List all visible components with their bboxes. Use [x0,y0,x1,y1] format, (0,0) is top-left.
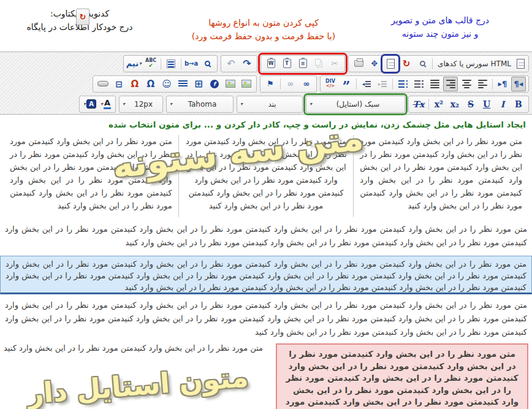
half-space-label: نیم [126,59,139,68]
styled-text-overlay: متون استایل دار [3,359,273,409]
redo-icon: ↷ [243,58,251,69]
templates-button[interactable] [383,56,398,71]
flash-icon: f [210,80,219,88]
source-button-icon-wrap[interactable] [515,56,526,71]
image-gallery-button[interactable] [223,77,238,91]
font-size-dropdown[interactable]: ▾ 12px [119,96,163,113]
chevron-down-icon: ▾ [139,61,142,66]
paragraph-format-value: بند [245,100,300,109]
remove-format-button[interactable]: Tx [411,97,426,112]
page-break-button[interactable]: ⊟ [112,77,126,91]
rtl-paragraph-button[interactable]: ¶◂ [511,77,526,91]
form-field-icon [97,81,108,86]
decrease-indent-button[interactable]: ▸ [375,77,390,91]
bold-button[interactable]: B [511,97,526,112]
omega-red-icon: Ω [131,78,139,90]
paragraph-format-dropdown[interactable]: ▾ بند [237,96,303,113]
strikethrough-icon: S [468,99,474,109]
ltr-paragraph-button[interactable]: ▸¶ [495,77,510,91]
background-color-button[interactable]: ▾ A [82,97,97,112]
numbered-list-button[interactable] [411,77,426,91]
group-paragraph: DIV </> ” ◂ ▸ [320,75,529,93]
special-char-button[interactable]: Ω [143,77,158,91]
toolbar-row-1: نیم ▾ ABC ✔ b→a ↶ [0,53,529,74]
find-replace-icon: b→a [184,60,198,67]
maximize-button[interactable]: ✥ [367,56,382,71]
undo-button[interactable]: ↶ [224,56,238,71]
select-all-icon [167,59,175,68]
cut-button[interactable]: ✂ [327,56,342,71]
image-icon [241,80,251,88]
column-middle: متن مورد نظر را در این بخش وارد کنیدمتن … [179,135,354,217]
horizontal-rule-button[interactable] [175,77,190,91]
annotation-templates-line2: و نیز متون چند ستونه [352,28,528,41]
copy-button[interactable] [311,56,326,71]
find-replace-button[interactable]: b→a [184,56,199,71]
blue-highlight-box: متن مورد نظر را در این بخش وارد کنیدمتن … [0,256,532,294]
preview-button[interactable] [415,56,430,71]
select-all-button[interactable] [164,56,178,71]
paste-from-word-button[interactable]: W [264,56,278,71]
blockquote-icon: ” [343,82,351,90]
special-char-persian-button[interactable]: Ω [127,77,142,91]
annotation-copy-line1: کپی کردن متون به انواع روشها [179,17,348,30]
italic-button[interactable]: I [495,97,510,112]
table-button[interactable]: ⊞ [191,77,206,91]
subscript-button[interactable]: x₂ [447,97,462,112]
redo-button[interactable]: ↷ [240,56,254,71]
ltr-paragraph-icon: ▸¶ [498,79,507,88]
blockquote-button[interactable]: ” [339,77,354,91]
separator [161,58,161,69]
link-button[interactable]: ∞ [299,77,314,91]
editor-content-area[interactable]: ایجاد استایل هایی مثل چشمک زدن، نمایش در… [0,115,532,409]
bottom-section: متن مورد نظر را در این بخش وارد کنیدمتن … [4,343,528,409]
separator [392,78,393,90]
styles-dropdown[interactable]: ▾ سبک (استایل) [306,96,405,113]
paste-as-text-button[interactable]: T [279,56,294,71]
anchor-button[interactable]: ⚑ [263,77,278,91]
strikethrough-button[interactable]: S [463,97,478,112]
print-button[interactable] [351,56,366,71]
form-field-button[interactable] [96,77,110,91]
align-center-icon [462,80,471,88]
image-gallery-icon [226,80,235,88]
group-editing-tools: نیم ▾ ABC ✔ b→a [123,55,218,72]
image-button[interactable] [239,77,254,91]
align-left-button[interactable] [475,77,490,91]
styles-value: سبک (استایل) [314,100,402,109]
smiley-button[interactable]: ☺ [159,77,174,91]
spellcheck-button[interactable]: ABC ✔ [143,56,158,71]
justify-block-button[interactable] [427,77,442,91]
bulleted-list-button[interactable] [395,77,410,91]
increase-indent-button[interactable]: ◂ [359,77,374,91]
align-center-button[interactable] [459,77,474,91]
align-left-icon [478,80,487,88]
separator [432,58,433,69]
group-links: ⚑ ∞ ∞ [260,75,317,93]
maximize-icon: ✥ [371,59,378,68]
div-container-button[interactable]: DIV </> [323,77,338,91]
align-right-button[interactable] [443,77,458,91]
font-size-value: 12px [127,100,160,109]
underline-button[interactable]: U [479,97,494,112]
search-button[interactable] [200,56,215,71]
flash-button[interactable]: f [207,77,222,91]
source-button[interactable]: سورس یا کدهای HTML [435,56,514,71]
copy-icon [315,59,321,66]
source-code-icon [517,59,525,69]
group-clipboard: W T ≡ ✂ [260,55,345,72]
template-document-icon [387,59,395,69]
yektaweb-autocode-button[interactable]: ↻ [76,9,89,25]
unlink-button[interactable]: ∞ [283,77,298,91]
anchor-flag-icon: ⚑ [267,79,274,88]
column-right: متن مورد نظر را در این بخش وارد کنیدمتن … [354,135,528,217]
text-color-button[interactable]: ▾ A [98,97,113,112]
half-space-button[interactable]: نیم ▾ [126,56,142,71]
font-family-dropdown[interactable]: ▾ Tahoma [166,96,234,113]
separator [428,99,429,110]
div-container-icon: DIV </> [325,79,335,88]
increase-indent-icon: ◂ [362,81,371,87]
yektaweb-code-button[interactable]: ↻ [399,56,414,71]
superscript-button[interactable]: x² [431,97,446,112]
paste-button[interactable]: ≡ [295,56,310,71]
